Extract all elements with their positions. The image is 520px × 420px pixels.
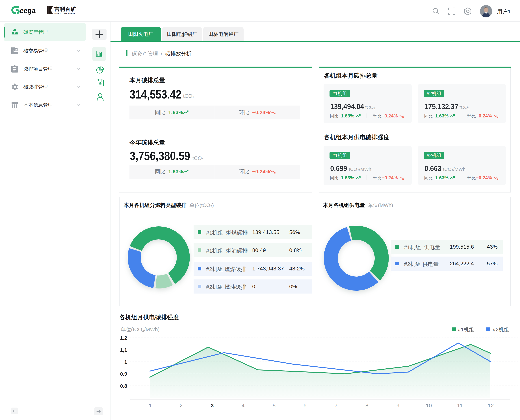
- svg-text:5: 5: [273, 403, 276, 408]
- svg-text:3: 3: [211, 403, 214, 408]
- svg-text:1: 1: [149, 403, 152, 408]
- svg-text:单位(tCO₂/MWh): 单位(tCO₂/MWh): [121, 327, 160, 332]
- svg-text:1: 1: [124, 359, 127, 365]
- svg-text:8: 8: [366, 403, 368, 408]
- svg-text:1,1: 1,1: [120, 347, 127, 353]
- svg-text:GEELY MATERIAL: GEELY MATERIAL: [54, 12, 77, 15]
- svg-text:吉利百矿: 吉利百矿: [54, 6, 76, 12]
- svg-text:0.8: 0.8: [120, 383, 127, 389]
- svg-text:7: 7: [335, 403, 338, 408]
- svg-text:0.9: 0.9: [120, 371, 127, 377]
- svg-text:9: 9: [397, 403, 400, 408]
- svg-text:#1机组: #1机组: [458, 327, 474, 332]
- svg-text:10: 10: [426, 403, 432, 408]
- svg-text:2: 2: [180, 403, 183, 408]
- svg-text:12: 12: [488, 403, 494, 408]
- svg-text:4: 4: [242, 403, 245, 408]
- svg-text:#2机组: #2机组: [493, 327, 509, 332]
- svg-text:eega: eega: [20, 7, 36, 15]
- svg-text:11: 11: [457, 403, 463, 408]
- svg-text:各机组月供电碳排强度: 各机组月供电碳排强度: [119, 314, 179, 321]
- svg-text:1.2: 1.2: [120, 335, 127, 341]
- svg-text:6: 6: [304, 403, 306, 408]
